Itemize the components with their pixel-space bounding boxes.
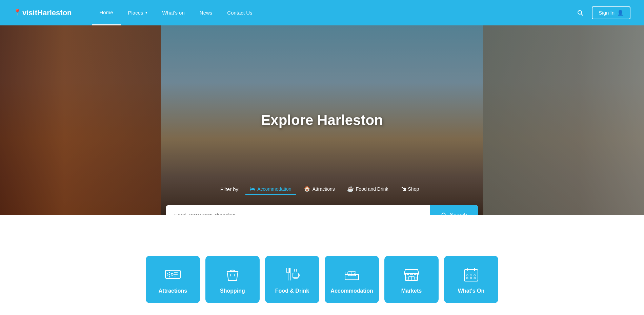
svg-rect-28 [415, 277, 417, 279]
nav-right: Sign In 👤 [574, 6, 630, 19]
search-button[interactable]: Search [430, 205, 478, 215]
filter-food-drink-label: Food and Drink [356, 186, 388, 192]
category-markets-label: Markets [401, 288, 422, 294]
whats-on-tile-icon [462, 265, 481, 284]
category-grid: Attractions Shopping [0, 242, 644, 315]
svg-rect-36 [466, 277, 468, 279]
signin-button[interactable]: Sign In 👤 [592, 6, 630, 19]
navbar: 📍 visitHarleston Home Places ▾ What's on… [0, 0, 644, 25]
category-accommodation-label: Accommodation [330, 288, 373, 294]
food-drink-tile-icon [283, 265, 302, 284]
filter-accommodation-label: Accommodation [257, 186, 291, 192]
attractions-icon: 🏠 [304, 186, 310, 192]
nav-news[interactable]: News [192, 0, 220, 25]
food-drink-icon: ☕ [347, 186, 354, 192]
category-markets[interactable]: Markets [384, 256, 439, 303]
category-accommodation[interactable]: Accommodation [325, 256, 379, 303]
filter-shop-label: Shop [408, 186, 419, 192]
category-whats-on-label: What's On [458, 288, 484, 294]
user-icon: 👤 [617, 10, 624, 16]
category-food-drink-label: Food & Drink [275, 288, 309, 294]
svg-rect-33 [466, 275, 468, 276]
hero-section: Explore Harleston Filter by: 🛏 Accommoda… [0, 25, 644, 215]
main-content: Attractions Shopping [0, 215, 644, 315]
svg-point-6 [171, 273, 173, 275]
nav-home[interactable]: Home [92, 0, 121, 25]
svg-rect-34 [470, 275, 472, 276]
svg-line-1 [581, 14, 583, 16]
svg-point-0 [578, 10, 582, 14]
filter-label: Filter by: [220, 186, 240, 192]
nav-whats-on[interactable]: What's on [155, 0, 192, 25]
filter-food-drink[interactable]: ☕ Food and Drink [342, 184, 393, 195]
search-bar: Search [166, 205, 478, 215]
category-shopping[interactable]: Shopping [205, 256, 260, 303]
category-whats-on[interactable]: What's On [444, 256, 498, 303]
svg-rect-27 [406, 277, 408, 279]
shopping-tile-icon [223, 265, 242, 284]
svg-point-23 [355, 273, 356, 274]
filter-accommodation[interactable]: 🛏 Accommodation [245, 184, 296, 195]
logo[interactable]: 📍 visitHarleston [14, 8, 72, 17]
svg-rect-38 [474, 277, 476, 279]
logo-pin-icon: 📍 [14, 8, 21, 16]
markets-tile-icon [402, 265, 421, 284]
svg-rect-14 [293, 273, 298, 278]
search-btn-icon [441, 212, 447, 215]
search-input[interactable] [166, 206, 430, 215]
search-icon [577, 9, 584, 16]
category-attractions[interactable]: Attractions [146, 256, 200, 303]
filter-bar: Filter by: 🛏 Accommodation 🏠 Attractions… [220, 184, 424, 195]
svg-rect-4 [165, 270, 180, 278]
category-shopping-label: Shopping [220, 288, 245, 294]
category-attractions-label: Attractions [159, 288, 187, 294]
hero-title: Explore Harleston [261, 112, 383, 128]
filter-attractions-label: Attractions [313, 186, 335, 192]
nav-contact-us[interactable]: Contact Us [220, 0, 260, 25]
nav-places[interactable]: Places ▾ [121, 0, 155, 25]
svg-point-22 [348, 273, 349, 274]
shop-icon: 🛍 [401, 186, 406, 192]
category-food-drink[interactable]: Food & Drink [265, 256, 319, 303]
attractions-tile-icon [163, 265, 182, 284]
svg-rect-37 [470, 277, 472, 279]
svg-point-2 [442, 213, 445, 215]
svg-rect-35 [474, 275, 476, 276]
nav-search-button[interactable] [574, 7, 586, 19]
nav-links: Home Places ▾ What's on News Contact Us [92, 0, 575, 25]
filter-attractions[interactable]: 🏠 Attractions [299, 184, 340, 195]
places-chevron-icon: ▾ [145, 10, 147, 15]
accommodation-icon: 🛏 [250, 186, 255, 192]
filter-shop[interactable]: 🛍 Shop [396, 184, 424, 195]
accommodation-tile-icon [342, 265, 361, 284]
logo-text: visitHarleston [22, 8, 72, 17]
